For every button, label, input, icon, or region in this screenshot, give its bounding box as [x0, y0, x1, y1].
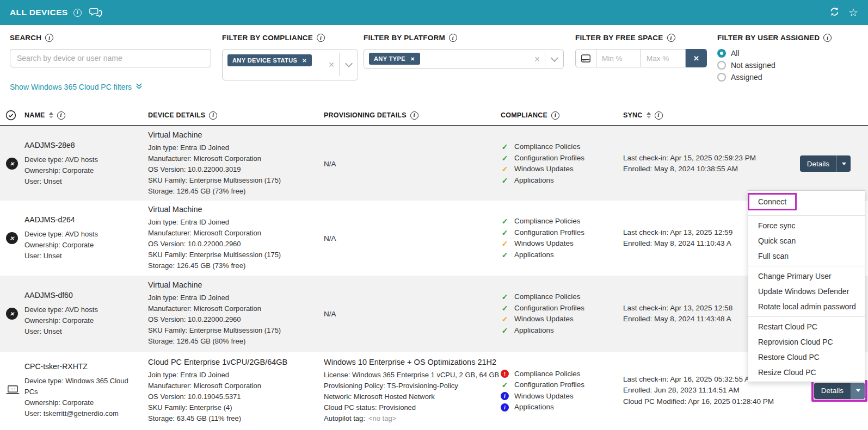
details-highlight: Details	[811, 380, 867, 402]
search-filter: SEARCH	[10, 34, 211, 67]
device-model: Cloud PC Enterprise 1vCPU/2GB/64GB	[148, 358, 317, 366]
user-assigned-filter: FILTER BY USER ASSIGNED All Not assigned…	[717, 34, 859, 85]
show-cloudpc-filters-link[interactable]: Show Windows 365 Cloud PC filters	[10, 83, 143, 91]
check-icon	[501, 303, 509, 314]
radio-selected-icon[interactable]	[717, 49, 726, 58]
device-name: AADJMS-28e8	[24, 141, 141, 149]
remove-tag-icon[interactable]	[410, 55, 415, 62]
disk-icon[interactable]	[575, 49, 596, 67]
platform-filter-label: FILTER BY PLATFORM	[364, 34, 564, 42]
info-icon[interactable]	[57, 111, 65, 120]
max-percent-input[interactable]	[641, 49, 686, 67]
caret-down-icon[interactable]	[837, 155, 851, 172]
filter-tag-any-device-status[interactable]: ANY DEVICE STATUS	[227, 54, 312, 66]
info-icon[interactable]	[73, 9, 82, 17]
radio-icon[interactable]	[717, 73, 726, 82]
check-icon	[501, 153, 509, 164]
table-row-aadjms-d264: AADJMS-d264 Device type: AVD hosts Owner…	[0, 201, 868, 276]
menu-item-full-scan[interactable]: Full scan	[748, 248, 865, 264]
details-button[interactable]: Details	[814, 383, 865, 399]
search-input[interactable]	[10, 49, 211, 67]
free-space-filter-label: FILTER BY FREE SPACE	[575, 34, 707, 42]
info-icon[interactable]	[823, 34, 832, 42]
star-icon[interactable]: ☆	[848, 7, 858, 18]
device-name: AADJMS-d264	[24, 215, 141, 224]
header-compliance[interactable]: COMPLIANCE	[501, 111, 623, 120]
cloud-pc-laptop-icon	[6, 384, 20, 397]
device-offline-icon	[6, 232, 18, 244]
refresh-icon[interactable]	[829, 7, 840, 19]
top-bar: ALL DEVICES ☆	[0, 0, 868, 25]
search-label: SEARCH	[10, 34, 211, 42]
radio-icon[interactable]	[717, 61, 726, 70]
platform-filter: FILTER BY PLATFORM ANY TYPE	[364, 34, 564, 69]
radio-assigned[interactable]: Assigned	[717, 73, 859, 82]
chat-icon[interactable]	[89, 8, 102, 18]
caret-down-icon[interactable]	[851, 383, 865, 399]
menu-item-quick-scan[interactable]: Quick scan	[748, 233, 865, 248]
table-row-aadjms-df60: AADJMS-df60 Device type: AVD hosts Owner…	[0, 276, 868, 352]
check-icon	[501, 291, 509, 303]
device-name: CPC-tsker-RXHTZ	[24, 362, 141, 371]
connect-highlight[interactable]: Connect	[748, 193, 797, 210]
compliance-select[interactable]: ANY DEVICE STATUS	[222, 49, 358, 80]
info-icon[interactable]	[655, 111, 663, 120]
menu-item-resize-cloud-pc[interactable]: Resize Cloud PC	[748, 365, 865, 380]
menu-item-reprovision-cloud-pc[interactable]: Reprovision Cloud PC	[748, 334, 865, 350]
filter-tag-any-type[interactable]: ANY TYPE	[369, 53, 420, 65]
radio-not-assigned[interactable]: Not assigned	[717, 61, 859, 70]
device-name: AADJMS-df60	[24, 291, 141, 300]
info-icon[interactable]	[449, 34, 457, 42]
menu-item-restore-cloud-pc[interactable]: Restore Cloud PC	[748, 350, 865, 365]
menu-item-connect[interactable]: Connect	[748, 191, 865, 213]
alert-icon	[501, 370, 509, 378]
check-icon	[501, 141, 509, 153]
clear-filter-icon[interactable]	[328, 60, 335, 69]
clear-free-space-button[interactable]	[686, 49, 707, 67]
info-icon[interactable]	[45, 34, 53, 42]
info-status-icon	[501, 392, 509, 400]
header-sync[interactable]: SYNC	[623, 111, 795, 120]
info-icon[interactable]	[551, 111, 559, 120]
provisioning-na: N/A	[324, 310, 494, 318]
autopilot-tag: Autopilot tag:<no tag>	[324, 413, 494, 424]
check-icon	[501, 227, 509, 239]
platform-select[interactable]: ANY TYPE	[364, 49, 564, 69]
menu-item-update-windows-defender[interactable]: Update Windows Defender	[748, 284, 865, 299]
menu-item-restart-cloud-pc[interactable]: Restart Cloud PC	[748, 319, 865, 334]
menu-item-force-sync[interactable]: Force sync	[748, 218, 865, 233]
header-provisioning-details[interactable]: PROVISIONING DETAILS	[324, 111, 501, 120]
provisioning-na: N/A	[324, 160, 494, 168]
header-name[interactable]: NAME	[24, 111, 148, 120]
free-space-input-group	[575, 49, 707, 67]
info-icon[interactable]	[209, 111, 217, 120]
device-model: Virtual Machine	[148, 130, 317, 139]
clear-filter-icon[interactable]	[534, 55, 540, 64]
details-dropdown-menu: Connect Force sync Quick scan Full scan …	[748, 190, 865, 382]
table-row-aadjms-28e8: AADJMS-28e8 Device type: AVD hosts Owner…	[0, 126, 868, 201]
check-icon	[501, 216, 509, 227]
user-assigned-filter-label: FILTER BY USER ASSIGNED	[717, 34, 859, 42]
info-icon[interactable]	[410, 111, 418, 120]
sort-icon[interactable]	[49, 112, 53, 119]
info-icon[interactable]	[667, 34, 675, 42]
chevron-down-icon[interactable]	[345, 60, 353, 67]
device-offline-icon	[6, 308, 18, 320]
min-percent-input[interactable]	[596, 49, 641, 67]
table-row-cpc-tsker-rxhtz: CPC-tsker-RXHTZ Device type: Windows 365…	[0, 352, 868, 429]
details-button[interactable]: Details	[800, 155, 851, 172]
radio-all[interactable]: All	[717, 49, 859, 58]
compliance-filter: FILTER BY COMPLIANCE ANY DEVICE STATUS	[222, 34, 358, 80]
check-icon	[501, 325, 509, 336]
chevron-down-icon[interactable]	[551, 54, 558, 61]
menu-item-change-primary-user[interactable]: Change Primary User	[748, 269, 865, 284]
remove-tag-icon[interactable]	[302, 57, 307, 64]
select-all-checkbox[interactable]	[0, 110, 24, 121]
sort-icon[interactable]	[647, 112, 651, 119]
menu-item-rotate-local-admin-password[interactable]: Rotate local admin password	[748, 299, 865, 314]
info-icon[interactable]	[317, 34, 325, 42]
header-device-details[interactable]: DEVICE DETAILS	[148, 111, 324, 120]
check-icon	[501, 314, 509, 325]
chevron-double-down-icon	[136, 83, 143, 91]
divider	[545, 52, 545, 66]
